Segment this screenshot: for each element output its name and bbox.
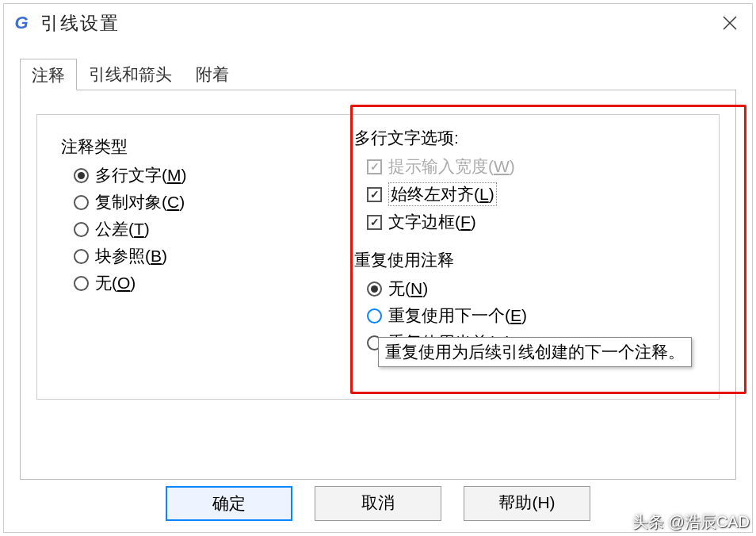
radio-label: 复制对象(C) bbox=[95, 191, 185, 213]
radio-label: 重复使用下一个(E) bbox=[388, 304, 527, 327]
annotation-type-radio-m[interactable]: 多行文字(M) bbox=[74, 164, 307, 186]
annotation-type-radio-b[interactable]: 块参照(B) bbox=[74, 245, 307, 267]
mtext-options-title: 多行文字选项: bbox=[354, 127, 743, 149]
reuse-title: 重复使用注释 bbox=[354, 249, 743, 271]
annotation-type-radio-t[interactable]: 公差(T) bbox=[74, 218, 307, 240]
annotation-type-radio-c[interactable]: 复制对象(C) bbox=[74, 191, 307, 213]
annotation-type-title: 注释类型 bbox=[61, 136, 307, 158]
radio-icon bbox=[74, 222, 89, 237]
radio-icon bbox=[74, 249, 89, 264]
tooltip: 重复使用为后续引线创建的下一个注释。 bbox=[378, 337, 692, 367]
mtext-checkbox-f[interactable]: 文字边框(F) bbox=[367, 211, 743, 233]
mtext-checkbox-l[interactable]: 始终左对齐(L) bbox=[367, 182, 743, 206]
checkbox-label: 始终左对齐(L) bbox=[388, 182, 497, 206]
radio-label: 无(N) bbox=[388, 278, 428, 300]
reuse-radio-n[interactable]: 无(N) bbox=[367, 278, 743, 300]
help-button[interactable]: 帮助(H) bbox=[464, 486, 590, 521]
annotation-type-radio-o[interactable]: 无(O) bbox=[74, 272, 307, 294]
checkbox-label: 提示输入宽度(W) bbox=[388, 155, 515, 178]
radio-icon bbox=[74, 168, 89, 183]
titlebar: G 引线设置 bbox=[4, 4, 752, 42]
mtext-checkbox-w: 提示输入宽度(W) bbox=[367, 155, 743, 178]
tab-container: 注释 引线和箭头 附着 注释类型 多行文字(M)复制对象(C)公差(T)块参照(… bbox=[20, 58, 736, 480]
help-key: H bbox=[537, 493, 549, 511]
options-fieldset: 注释类型 多行文字(M)复制对象(C)公差(T)块参照(B)无(O) 多行文字选… bbox=[36, 114, 720, 400]
watermark: 头条 @浩辰CAD bbox=[632, 511, 750, 533]
radio-label: 块参照(B) bbox=[95, 245, 167, 267]
radio-icon bbox=[74, 195, 89, 210]
tab-attach[interactable]: 附着 bbox=[184, 58, 241, 90]
tab-bar: 注释 引线和箭头 附着 bbox=[20, 58, 736, 90]
radio-icon bbox=[74, 276, 89, 291]
reuse-radio-e[interactable]: 重复使用下一个(E) bbox=[367, 304, 743, 327]
dialog-title: 引线设置 bbox=[40, 11, 120, 36]
radio-icon bbox=[367, 281, 382, 297]
tab-panel: 注释类型 多行文字(M)复制对象(C)公差(T)块参照(B)无(O) 多行文字选… bbox=[20, 90, 736, 480]
cancel-button[interactable]: 取消 bbox=[315, 486, 441, 521]
ok-button[interactable]: 确定 bbox=[166, 486, 292, 521]
checkbox-icon bbox=[367, 159, 382, 174]
right-column: 多行文字选项: 提示输入宽度(W)始终左对齐(L)文字边框(F) 重复使用注释 … bbox=[354, 127, 743, 358]
tab-annotation[interactable]: 注释 bbox=[20, 59, 77, 90]
tab-leader-arrow[interactable]: 引线和箭头 bbox=[77, 58, 184, 90]
checkbox-icon bbox=[367, 187, 382, 202]
content-area: 注释 引线和箭头 附着 注释类型 多行文字(M)复制对象(C)公差(T)块参照(… bbox=[4, 42, 752, 488]
checkbox-label: 文字边框(F) bbox=[388, 211, 476, 233]
dialog-window: G 引线设置 注释 引线和箭头 附着 注释类型 多行文字(M)复制对象(C)公差… bbox=[3, 3, 753, 533]
radio-label: 无(O) bbox=[95, 272, 136, 294]
close-icon bbox=[721, 14, 739, 32]
radio-label: 公差(T) bbox=[95, 218, 150, 240]
radio-label: 多行文字(M) bbox=[95, 164, 187, 186]
help-label: 帮助 bbox=[498, 493, 532, 511]
annotation-type-group: 注释类型 多行文字(M)复制对象(C)公差(T)块参照(B)无(O) bbox=[53, 128, 307, 294]
app-icon: G bbox=[10, 12, 32, 34]
radio-icon bbox=[367, 308, 382, 324]
checkbox-icon bbox=[367, 215, 382, 230]
close-button[interactable] bbox=[714, 7, 746, 39]
